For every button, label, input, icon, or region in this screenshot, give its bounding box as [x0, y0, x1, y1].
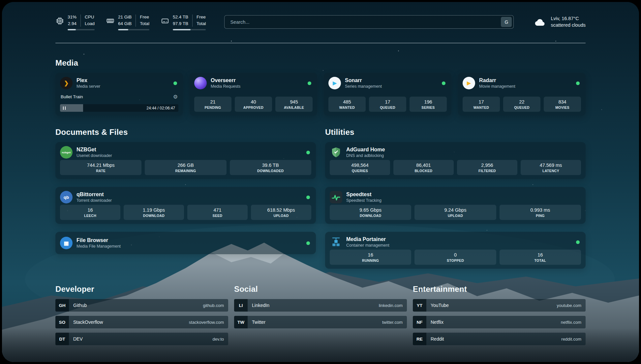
memory-total-value: 64 GiB [118, 21, 132, 27]
memory-icon [106, 16, 115, 25]
cpu-usage-bar-fill [68, 29, 76, 30]
section-media: Media ❯ Plex Media server Bullet Train ⚙ [55, 58, 586, 116]
header-divider [55, 43, 586, 44]
weather-widget: Lviv, 16.87°C scattered clouds [533, 15, 586, 29]
app-card-nzbget[interactable]: nzbget NZBGet Usenet downloader 744.21 M… [55, 142, 316, 179]
cpu-icon [55, 16, 64, 25]
stat-stopped: 0 STOPPED [414, 250, 496, 265]
app-name: Plex [76, 77, 100, 83]
bookmark-row-linkedin[interactable]: LI LinkedIn linkedin.com [234, 299, 407, 312]
section-title-media: Media [55, 58, 586, 68]
stat-leech: 16 LEECH [60, 205, 120, 220]
app-desc: Container management [346, 243, 389, 248]
stat-remaining: 266 GB REMAINING [145, 160, 226, 175]
status-online-dot [306, 196, 310, 199]
app-card-qbittorrent[interactable]: qb qBittorrent Torrent downloader 16 LEE… [55, 187, 316, 224]
status-online-dot [173, 81, 177, 85]
app-desc: Usenet downloader [76, 153, 112, 158]
stat-series: 196 SERIES [410, 97, 447, 112]
bookmarks-developer: Developer GH Github github.com SO StackO… [55, 285, 228, 349]
disk-free-label: Free [197, 15, 206, 20]
bookmarks-entertainment: Entertainment YT YouTube youtube.com NF … [413, 285, 586, 349]
cloud-icon [533, 16, 547, 27]
gear-icon[interactable]: ⚙ [173, 94, 178, 100]
disk-total-value: 97.9 TB [173, 21, 188, 27]
stat-pending: 21 PENDING [194, 97, 231, 112]
stat-wanted: 17 WANTED [463, 97, 500, 112]
status-online-dot [306, 241, 310, 245]
pause-icon[interactable] [63, 106, 66, 110]
app-name: Overseerr [211, 77, 240, 83]
bookmark-row-dev[interactable]: DT DEV dev.to [55, 333, 228, 345]
search-input[interactable] [229, 19, 501, 25]
app-card-overseerr[interactable]: Overseerr Media Requests 21 PENDING 40 A… [190, 73, 317, 116]
stat-total: 16 TOTAL [500, 250, 581, 265]
app-card-portainer[interactable]: Media Portainer Container management 16 … [325, 232, 586, 269]
section-utilities: Utilities AdGuard Home DNS and [325, 128, 586, 269]
stat-filtered: 2,956 FILTERED [457, 160, 517, 175]
weather-condition: scattered clouds [551, 22, 586, 28]
bookmark-row-github[interactable]: GH Github github.com [55, 299, 228, 312]
app-name: Sonarr [345, 77, 382, 83]
memory-widget: 21 GiB 64 GiB Free Total [106, 15, 149, 30]
stat-queued: 17 QUEUED [369, 97, 406, 112]
bookmark-row-netflix[interactable]: NF Netflix netflix.com [413, 316, 586, 328]
stackoverflow-badge: SO [55, 316, 69, 328]
app-name: Radarr [479, 77, 515, 83]
memory-usage-bar [118, 29, 149, 30]
search-engine-badge[interactable]: G [501, 17, 512, 27]
app-desc: Speedtest Tracking [346, 198, 382, 203]
stat-movies: 834 MOVIES [544, 97, 581, 112]
bookmarks-social: Social LI LinkedIn linkedin.com TW Twitt… [234, 285, 407, 349]
memory-free-label: Free [140, 15, 149, 20]
stat-running: 16 RUNNING [330, 250, 411, 265]
status-online-dot [442, 81, 445, 85]
speedtest-icon [330, 191, 342, 203]
memory-total-label: Total [140, 21, 149, 27]
disk-free-value: 52.4 TB [173, 15, 188, 20]
now-playing-row: Bullet Train ⚙ [60, 94, 178, 100]
status-online-dot [576, 81, 580, 85]
bookmark-row-youtube[interactable]: YT YouTube youtube.com [413, 299, 586, 312]
sonarr-icon: ▶ [328, 77, 341, 89]
dashboard-screen: 31% 2.94 CPU Load [2, 2, 639, 362]
app-card-sonarr[interactable]: ▶ Sonarr Series management 485 WANTED [324, 73, 451, 116]
playback-progress-bar[interactable]: 24:44 / 02:06:47 [60, 104, 178, 112]
app-name: File Browser [76, 237, 121, 243]
disk-usage-bar-fill [173, 29, 191, 30]
app-card-speedtest[interactable]: Speedtest Speedtest Tracking 9.65 Gbps D… [325, 187, 586, 224]
app-card-filebrowser[interactable]: ▦ File Browser Media File Management [55, 232, 316, 254]
app-desc: Series management [345, 84, 382, 89]
stat-blocked: 86,401 BLOCKED [393, 160, 454, 175]
bookmark-row-reddit[interactable]: RE Reddit reddit.com [413, 333, 586, 345]
app-card-adguard[interactable]: AdGuard Home DNS and adblocking 498,564 … [325, 142, 586, 179]
dashboard-content: 31% 2.94 CPU Load [2, 2, 639, 362]
netflix-badge: NF [413, 316, 426, 328]
filebrowser-icon: ▦ [60, 237, 73, 249]
section-documents: Documents & Files nzbget NZBGet Usenet d… [55, 128, 316, 269]
stat-seed: 471 SEED [187, 205, 248, 220]
app-card-plex[interactable]: ❯ Plex Media server Bullet Train ⚙ [55, 73, 183, 116]
stat-upload: 618.52 Mbps UPLOAD [251, 205, 311, 220]
app-name: qBittorrent [76, 192, 112, 197]
memory-usage-bar-fill [118, 29, 128, 30]
bookmark-row-twitter[interactable]: TW Twitter twitter.com [234, 316, 407, 328]
app-desc: Movie management [479, 84, 515, 89]
stat-queries: 498,564 QUERIES [330, 160, 390, 175]
weather-location: Lviv, 16.87°C [551, 15, 586, 22]
cpu-usage-bar [68, 29, 95, 30]
reddit-badge: RE [413, 333, 426, 345]
cpu-percent: 31% [68, 15, 76, 20]
portainer-icon [330, 236, 342, 248]
section-title-documents: Documents & Files [55, 128, 316, 137]
stat-queued: 22 QUEUED [503, 97, 540, 112]
app-desc: Torrent downloader [76, 198, 112, 203]
app-name: NZBGet [76, 147, 112, 153]
search-bar[interactable]: G [224, 15, 514, 29]
stat-rate: 744.21 Mbps RATE [60, 160, 141, 175]
app-card-radarr[interactable]: ▶ Radarr Movie management 17 WANTED [458, 73, 586, 116]
bookmark-row-stackoverflow[interactable]: SO StackOverflow stackoverflow.com [55, 316, 228, 328]
app-desc: Media server [76, 84, 100, 89]
overseerr-icon [194, 77, 207, 89]
stat-upload: 9.24 Gbps UPLOAD [414, 205, 496, 220]
